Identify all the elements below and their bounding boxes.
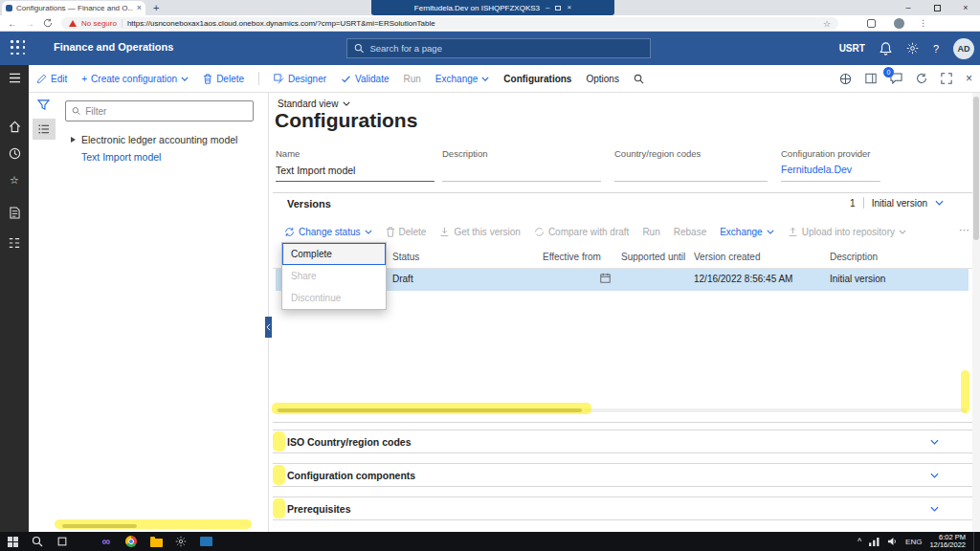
upload-into-repository-button[interactable]: Upload into repository [788, 227, 906, 237]
window-maximize-button[interactable] [923, 0, 951, 15]
app-name[interactable]: Finance and Operations [54, 41, 173, 53]
tree-filter-box[interactable] [65, 100, 254, 121]
page-scrollbar[interactable] [972, 93, 980, 532]
name-input[interactable] [276, 165, 429, 176]
close-page-icon[interactable]: × [966, 72, 972, 85]
rebase-button[interactable]: Rebase [674, 227, 706, 237]
task-pane-icon[interactable] [865, 73, 877, 84]
remote-close-icon[interactable]: × [567, 4, 571, 11]
col-header-supported-until[interactable]: Supported until [621, 252, 685, 262]
remote-desktop-icon[interactable] [193, 532, 218, 551]
chevron-down-icon[interactable] [930, 506, 939, 512]
change-status-button[interactable]: Change status [284, 227, 372, 237]
tree-item-electronic-ledger[interactable]: Electronic ledger accounting model [59, 131, 269, 148]
section-configuration-components[interactable]: Configuration components [273, 463, 972, 487]
omnibox[interactable]: No seguro https://usnconeboxax1aos.cloud… [61, 17, 838, 30]
calendar-icon[interactable] [600, 273, 611, 283]
chrome-icon[interactable] [119, 532, 144, 551]
refresh-icon[interactable] [916, 73, 927, 84]
show-desktop-button[interactable] [973, 532, 976, 551]
settings-gear-icon[interactable] [906, 42, 919, 55]
exchange-version-button[interactable]: Exchange [720, 227, 773, 237]
volume-icon[interactable] [887, 537, 898, 546]
versions-section-header[interactable]: Versions [287, 198, 331, 209]
cell-version-created[interactable]: 12/16/2022 8:56:45 AM [694, 274, 792, 284]
delete-button[interactable]: Delete [203, 74, 244, 84]
power-apps-icon[interactable] [839, 73, 852, 85]
notifications-bell-icon[interactable] [880, 42, 892, 55]
taskbar-clock[interactable]: 6:02 PM 12/16/2022 [929, 534, 966, 550]
toolbar-overflow-icon[interactable]: ⋯ [959, 224, 969, 236]
remote-restore-icon[interactable] [555, 6, 561, 11]
section-iso-country-codes[interactable]: ISO Country/region codes [273, 430, 972, 453]
tree-view-toggle[interactable] [33, 119, 56, 140]
col-header-version-created[interactable]: Version created [694, 252, 761, 262]
browser-menu-icon[interactable]: ⋮ [919, 18, 927, 28]
window-minimize-button[interactable]: – [894, 0, 923, 15]
get-this-version-button[interactable]: Get this version [439, 227, 520, 237]
global-search-box[interactable] [346, 38, 651, 58]
col-header-description[interactable]: Description [830, 252, 878, 262]
view-selector[interactable]: Standard view [278, 99, 350, 109]
reload-icon[interactable] [43, 18, 53, 28]
nav-recent-icon[interactable] [0, 147, 29, 160]
action-search-icon[interactable] [634, 74, 644, 84]
browser-profile-avatar[interactable] [894, 18, 904, 29]
col-header-status[interactable]: Status [392, 252, 419, 262]
exchange-button[interactable]: Exchange [435, 74, 489, 84]
start-button[interactable] [0, 532, 25, 551]
col-header-effective-from[interactable]: Effective from [543, 252, 601, 262]
nav-favorites-icon[interactable]: ☆ [0, 174, 29, 187]
hamburger-menu-icon[interactable] [0, 73, 29, 83]
user-avatar[interactable]: AD [953, 38, 974, 59]
task-view-icon[interactable] [50, 532, 75, 551]
cell-description[interactable]: Initial version [830, 274, 885, 284]
chevron-down-icon[interactable] [930, 473, 939, 478]
menu-item-complete[interactable]: Complete [282, 243, 386, 265]
visual-studio-icon[interactable]: ∞ [94, 532, 119, 551]
tree-item-text-import-model[interactable]: Text Import model [59, 148, 269, 165]
country-codes-underline[interactable] [614, 181, 768, 182]
edit-button[interactable]: Edit [36, 74, 67, 84]
nav-workspaces-icon[interactable] [0, 237, 29, 249]
versions-summary[interactable]: 1 Initial version [823, 197, 944, 209]
delete-version-button[interactable]: Delete [386, 227, 427, 237]
options-menu[interactable]: Options [586, 74, 618, 84]
provider-link[interactable]: Fernitudela.Dev [781, 164, 852, 175]
section-prerequisites[interactable]: Prerequisites [273, 496, 972, 520]
run-button[interactable]: Run [403, 74, 420, 84]
language-indicator[interactable]: ENG [905, 538, 922, 546]
company-picker[interactable]: USRT [839, 43, 865, 54]
nav-page-icon[interactable] [0, 207, 29, 219]
file-explorer-icon[interactable] [144, 532, 168, 551]
page-scrollbar-thumb[interactable] [973, 97, 979, 240]
run-version-button[interactable]: Run [642, 227, 659, 237]
chevron-down-icon[interactable] [930, 439, 939, 445]
back-icon[interactable]: ← [8, 18, 17, 29]
validate-button[interactable]: Validate [341, 74, 389, 84]
remote-minimize-icon[interactable]: – [546, 4, 549, 11]
forward-icon[interactable]: → [25, 18, 34, 29]
window-close-button[interactable]: × [951, 0, 980, 15]
bookmark-star-icon[interactable]: ☆ [823, 19, 831, 29]
app-launcher-waffle-icon[interactable] [11, 40, 26, 55]
new-tab-button[interactable]: + [153, 2, 159, 14]
filter-funnel-icon[interactable] [37, 99, 50, 111]
tree-filter-input[interactable] [85, 106, 247, 117]
fullscreen-icon[interactable] [941, 73, 952, 84]
menu-item-discontinue[interactable]: Discontinue [282, 287, 386, 309]
description-underline[interactable] [442, 181, 601, 182]
tab-close-icon[interactable]: × [137, 4, 142, 12]
global-search-input[interactable] [369, 43, 643, 54]
compare-with-draft-button[interactable]: Compare with draft [534, 227, 629, 237]
pane-collapse-handle[interactable] [265, 317, 272, 338]
messages-icon[interactable]: 0 [890, 73, 902, 84]
tab-configurations[interactable]: Configurations [503, 74, 571, 84]
tray-expand-icon[interactable]: ^ [858, 537, 861, 546]
help-icon[interactable]: ? [933, 43, 939, 55]
settings-gear-icon[interactable] [168, 532, 193, 551]
create-configuration-button[interactable]: + Create configuration [81, 74, 189, 84]
taskbar-search-icon[interactable] [25, 532, 50, 551]
chevron-down-icon[interactable] [935, 200, 944, 206]
expand-caret-icon[interactable] [71, 137, 76, 143]
